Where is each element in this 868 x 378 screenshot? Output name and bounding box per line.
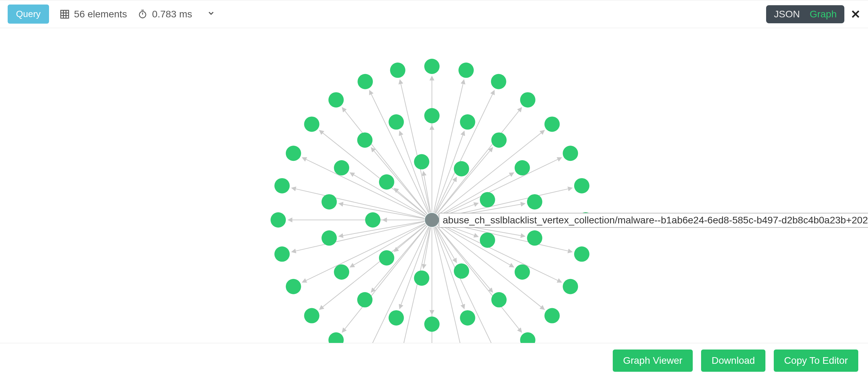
svg-point-47 bbox=[357, 132, 372, 148]
node-tooltip: abuse_ch_sslblacklist_vertex_collection/… bbox=[439, 213, 868, 228]
svg-point-39 bbox=[460, 310, 475, 326]
svg-point-33 bbox=[545, 116, 560, 132]
query-button[interactable]: Query bbox=[8, 5, 49, 24]
svg-point-34 bbox=[563, 146, 578, 161]
svg-point-29 bbox=[424, 59, 440, 74]
svg-point-9 bbox=[574, 246, 589, 262]
graph-node[interactable] bbox=[545, 116, 560, 132]
stopwatch-icon bbox=[137, 9, 148, 19]
svg-point-52 bbox=[515, 160, 530, 175]
graph-node[interactable] bbox=[274, 246, 290, 262]
svg-point-27 bbox=[357, 74, 373, 89]
graph-node[interactable] bbox=[460, 310, 475, 326]
graph-node[interactable] bbox=[424, 59, 440, 74]
svg-point-48 bbox=[388, 114, 404, 130]
svg-point-46 bbox=[334, 160, 349, 175]
graph-node[interactable] bbox=[286, 146, 301, 161]
graph-edge bbox=[400, 80, 430, 212]
graph-edge bbox=[369, 90, 428, 213]
graph-node[interactable] bbox=[379, 174, 394, 190]
svg-point-55 bbox=[454, 263, 469, 279]
graph-node[interactable] bbox=[388, 310, 404, 326]
graph-node[interactable] bbox=[357, 74, 373, 89]
graph-node[interactable] bbox=[424, 108, 440, 123]
graph-viewer-button[interactable]: Graph Viewer bbox=[613, 350, 693, 372]
view-toggle: JSON Graph bbox=[766, 5, 844, 23]
svg-point-49 bbox=[424, 108, 440, 123]
graph-node[interactable] bbox=[379, 250, 394, 265]
graph-node[interactable] bbox=[574, 178, 589, 194]
graph-node[interactable] bbox=[458, 63, 474, 78]
svg-point-56 bbox=[414, 270, 429, 286]
elements-count: 56 elements bbox=[59, 9, 127, 20]
graph-edge bbox=[437, 107, 522, 214]
graph-node[interactable] bbox=[304, 116, 319, 132]
graph-node[interactable] bbox=[390, 63, 405, 78]
graph-node[interactable] bbox=[491, 132, 507, 148]
graph-node[interactable] bbox=[454, 161, 469, 176]
graph-canvas[interactable]: abuse_ch_sslblacklist_vertex_collection/… bbox=[0, 28, 868, 343]
close-icon[interactable]: ✕ bbox=[851, 7, 860, 21]
graph-node[interactable] bbox=[491, 74, 506, 89]
svg-point-23 bbox=[274, 178, 290, 194]
graph-node[interactable] bbox=[491, 292, 507, 307]
graph-node[interactable] bbox=[328, 92, 344, 107]
svg-point-42 bbox=[357, 292, 372, 307]
svg-point-41 bbox=[388, 310, 404, 326]
graph-center-node[interactable] bbox=[425, 213, 439, 227]
graph-node[interactable] bbox=[454, 263, 469, 279]
graph-node[interactable] bbox=[520, 332, 536, 343]
graph-node[interactable] bbox=[520, 92, 536, 107]
view-graph-tab[interactable]: Graph bbox=[810, 9, 837, 20]
graph-node[interactable] bbox=[286, 279, 301, 294]
grid-icon bbox=[59, 9, 70, 19]
svg-point-31 bbox=[491, 74, 506, 89]
graph-node[interactable] bbox=[480, 232, 495, 248]
graph-node[interactable] bbox=[271, 212, 286, 228]
graph-node[interactable] bbox=[545, 308, 560, 323]
graph-node[interactable] bbox=[414, 154, 429, 170]
graph-node[interactable] bbox=[334, 264, 349, 280]
svg-point-54 bbox=[480, 232, 495, 248]
query-timing-text: 0.783 ms bbox=[152, 9, 192, 20]
graph-node[interactable] bbox=[388, 114, 404, 130]
graph-node[interactable] bbox=[527, 194, 542, 209]
svg-point-51 bbox=[491, 132, 507, 148]
svg-point-59 bbox=[379, 174, 394, 190]
svg-point-53 bbox=[527, 194, 542, 209]
elements-count-text: 56 elements bbox=[74, 9, 127, 20]
graph-node[interactable] bbox=[515, 264, 530, 280]
graph-node[interactable] bbox=[357, 292, 372, 307]
graph-node[interactable] bbox=[304, 308, 319, 323]
copy-to-editor-button[interactable]: Copy To Editor bbox=[774, 350, 858, 372]
graph-node[interactable] bbox=[480, 192, 495, 207]
graph-node[interactable] bbox=[334, 160, 349, 175]
graph-node[interactable] bbox=[460, 114, 475, 130]
query-timing: 0.783 ms bbox=[137, 9, 192, 20]
graph-node[interactable] bbox=[414, 270, 429, 286]
graph-edge bbox=[291, 222, 424, 252]
graph-node[interactable] bbox=[563, 146, 578, 161]
graph-node[interactable] bbox=[563, 279, 578, 294]
more-results-dropdown[interactable] bbox=[207, 9, 215, 19]
graph-node[interactable] bbox=[574, 246, 589, 262]
view-json-tab[interactable]: JSON bbox=[774, 9, 800, 20]
graph-node[interactable] bbox=[274, 178, 290, 194]
svg-point-44 bbox=[322, 230, 337, 246]
graph-node[interactable] bbox=[424, 317, 440, 332]
graph-node[interactable] bbox=[527, 230, 542, 246]
graph-node[interactable] bbox=[515, 160, 530, 175]
svg-point-43 bbox=[334, 264, 349, 280]
download-button[interactable]: Download bbox=[701, 350, 765, 372]
graph-node[interactable] bbox=[322, 194, 337, 209]
svg-point-37 bbox=[515, 264, 530, 280]
svg-point-30 bbox=[458, 63, 474, 78]
graph-node[interactable] bbox=[322, 230, 337, 246]
graph-node[interactable] bbox=[328, 332, 344, 343]
svg-point-20 bbox=[286, 279, 301, 294]
graph-node[interactable] bbox=[357, 132, 372, 148]
svg-point-11 bbox=[545, 308, 560, 323]
graph-node[interactable] bbox=[365, 212, 380, 228]
svg-point-26 bbox=[328, 92, 344, 107]
graph-edge bbox=[339, 204, 424, 219]
